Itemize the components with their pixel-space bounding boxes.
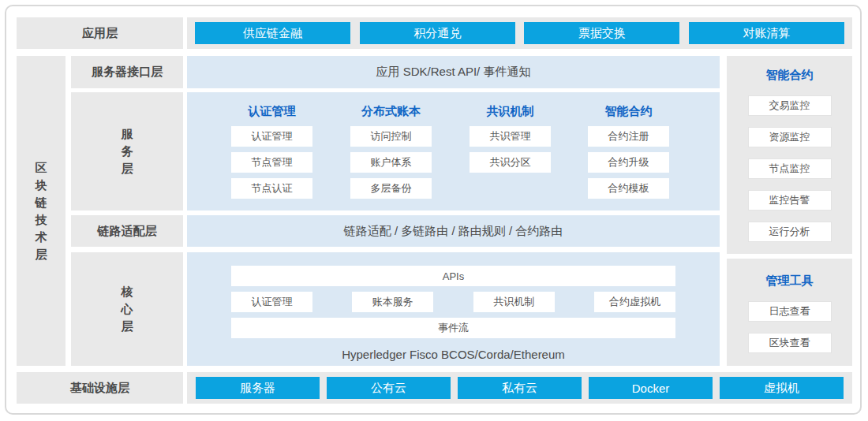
service-group-consensus: 共识机制 共识管理 共识分区: [470, 104, 551, 173]
monitor-item-alert: 监控告警: [748, 190, 832, 210]
interface-layer-band: 应用 SDK/Rest API/ 事件通知: [187, 56, 720, 88]
monitor-panel-title: 智能合约: [766, 65, 814, 84]
core-apis-bar: APIs: [231, 266, 675, 286]
service-group-ledger: 分布式账本 访问控制 账户体系 多层备份: [350, 104, 432, 199]
core-layer-label-box: 核心层: [71, 252, 183, 366]
tools-panel-title: 管理工具: [766, 271, 814, 290]
infra-button-private-cloud: 私有云: [458, 377, 582, 399]
tech-layer-column: 区块链技术层: [17, 56, 65, 366]
app-layer-band: 供应链金融 积分通兑 票据交换 对账清算: [187, 17, 852, 49]
core-event-stream-bar: 事件流: [231, 318, 675, 338]
service-item: 节点管理: [231, 152, 312, 173]
service-layer-label-box: 服务层: [71, 92, 183, 210]
monitor-item-transaction: 交易监控: [748, 95, 832, 116]
service-item: 认证管理: [231, 126, 312, 147]
interface-layer-label: 服务器接口层: [71, 56, 183, 88]
app-button-reconciliation-clearing: 对账清算: [689, 22, 844, 44]
architecture-diagram: 应用层 供应链金融 积分通兑 票据交换 对账清算 区块链技术层 服务器接口层 服…: [0, 0, 868, 421]
monitor-item-node: 节点监控: [748, 158, 832, 179]
service-group-auth: 认证管理 认证管理 节点管理 节点认证: [231, 104, 312, 199]
service-group-smart-contract: 智能合约 合约注册 合约升级 合约模板: [588, 104, 669, 199]
app-button-points-exchange: 积分通兑: [360, 22, 515, 44]
service-item: 合约注册: [588, 126, 669, 147]
core-modules-row: 认证管理 账本服务 共识机制 合约虚拟机: [231, 292, 675, 312]
core-layer-label: 核心层: [122, 283, 133, 335]
core-module-consensus: 共识机制: [473, 292, 555, 312]
management-tools-panel: 管理工具 日志查看 区块查看: [727, 259, 852, 366]
smart-contract-monitor-panel: 智能合约 交易监控 资源监控 节点监控 监控告警 运行分析: [727, 56, 852, 254]
service-layer-label: 服务层: [122, 125, 133, 177]
app-button-supply-chain-finance: 供应链金融: [195, 22, 350, 44]
link-layer-band: 链路适配 / 多链路由 / 路由规则 / 合约路由: [187, 215, 720, 247]
service-item: 访问控制: [350, 126, 432, 147]
service-group-title: 智能合约: [588, 104, 669, 118]
monitor-item-resource: 资源监控: [748, 127, 832, 147]
service-item: 共识管理: [470, 126, 551, 147]
core-layer-panel: APIs 认证管理 账本服务 共识机制 合约虚拟机 事件流 Hyperledge…: [187, 252, 720, 366]
infra-button-docker: Docker: [589, 377, 713, 399]
tech-layer-label: 区块链技术层: [36, 159, 47, 263]
service-item: 账户体系: [350, 152, 432, 173]
service-item: 合约升级: [588, 152, 669, 173]
service-group-title: 分布式账本: [350, 104, 432, 118]
infra-layer-label: 基础设施层: [17, 372, 183, 404]
infra-button-public-cloud: 公有云: [327, 377, 451, 399]
infra-button-server: 服务器: [196, 377, 320, 399]
service-item: 多层备份: [350, 178, 432, 199]
service-layer-panel: 认证管理 认证管理 节点管理 节点认证 分布式账本 访问控制 账户体系 多层备份…: [187, 92, 720, 210]
tools-item-block-view: 区块查看: [748, 333, 832, 353]
tools-item-log-view: 日志查看: [748, 301, 832, 322]
service-group-title: 共识机制: [470, 104, 551, 118]
infra-button-vm: 虚拟机: [720, 377, 844, 399]
link-layer-label: 链路适配层: [71, 215, 183, 247]
service-item: 合约模板: [588, 178, 669, 199]
service-group-title: 认证管理: [231, 104, 312, 118]
core-module-contract-vm: 合约虚拟机: [594, 292, 675, 312]
core-module-ledger-service: 账本服务: [352, 292, 433, 312]
monitor-item-analysis: 运行分析: [748, 222, 832, 242]
core-platforms-text: Hyperledger Fisco BCOS/Corda/Ethereum: [231, 348, 675, 361]
app-button-bill-exchange: 票据交换: [524, 22, 679, 44]
core-module-auth: 认证管理: [231, 292, 312, 312]
service-item: 共识分区: [470, 152, 551, 173]
infra-layer-band: 服务器 公有云 私有云 Docker 虚拟机: [187, 372, 852, 404]
app-layer-label: 应用层: [17, 17, 183, 49]
service-item: 节点认证: [231, 178, 312, 199]
